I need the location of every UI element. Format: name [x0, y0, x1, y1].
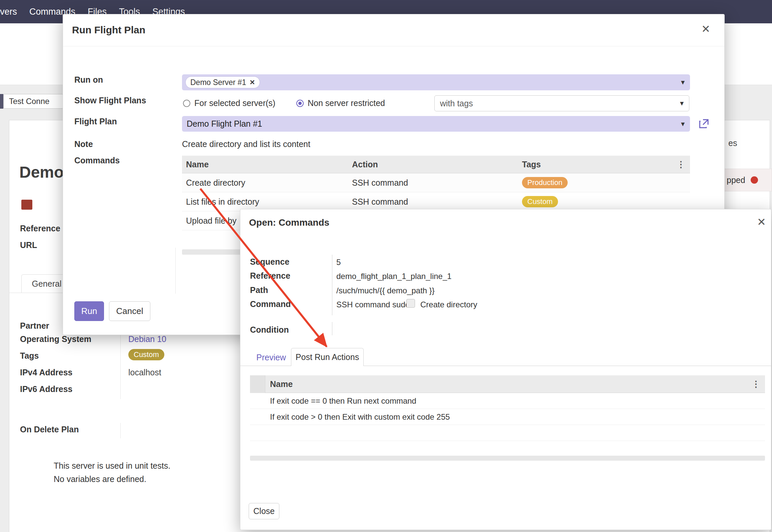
note-value: Create directory and list its content — [182, 139, 310, 149]
table-row[interactable]: List files in directory SSH command Cust… — [182, 192, 690, 211]
close-icon[interactable]: ✕ — [757, 217, 766, 227]
row-name: List files in directory — [182, 197, 352, 207]
ipv4-value: localhost — [128, 368, 161, 377]
show-flight-plans-label: Show Flight Plans — [74, 96, 146, 105]
chip-remove-icon[interactable]: ✕ — [249, 78, 255, 86]
reference-label: Reference — [20, 224, 60, 233]
command-label: Command — [250, 299, 291, 309]
server-title: Demo — [19, 163, 64, 181]
divider — [63, 46, 724, 46]
run-button[interactable]: Run — [74, 301, 104, 321]
table-row[interactable]: If exit code == 0 then Run next command — [250, 393, 765, 409]
status-text-partial: pped — [727, 175, 745, 185]
test-connection-button[interactable]: Test Conne — [3, 94, 63, 109]
sequence-value: 5 — [336, 258, 341, 267]
post-run-action-text: If exit code == 0 then Run next command — [250, 396, 416, 406]
custom-badge: Custom — [522, 196, 558, 207]
modal-title: Run Flight Plan — [72, 24, 145, 36]
divider — [332, 322, 332, 335]
flight-plan-select[interactable]: Demo Flight Plan #1 ▾ — [182, 116, 690, 132]
post-run-actions-table: Name ⋮ If exit code == 0 then Run next c… — [250, 375, 765, 441]
divider — [175, 248, 176, 294]
condition-label: Condition — [250, 325, 289, 335]
row-action: SSH command — [352, 197, 522, 207]
radio-selected-servers[interactable] — [183, 100, 190, 107]
flight-plan-label: Flight Plan — [74, 117, 117, 126]
status-red-dot-icon — [751, 176, 758, 184]
with-tags-select[interactable]: with tags ▾ — [434, 95, 689, 111]
ipv4-label: IPv4 Address — [20, 368, 72, 377]
create-directory-checkbox[interactable] — [406, 299, 415, 308]
os-label: Operating System — [20, 334, 91, 344]
os-value-link[interactable]: Debian 10 — [128, 334, 166, 344]
ipv6-label: IPv6 Address — [20, 384, 72, 394]
button-sliver[interactable] — [0, 94, 3, 109]
right-edge-partial-text: es — [728, 138, 737, 148]
unit-test-note-line2: No variables are defined. — [54, 474, 146, 484]
partner-label: Partner — [20, 321, 49, 331]
close-icon[interactable]: ✕ — [701, 24, 710, 34]
path-value: /such/much/{{ demo_path }} — [336, 286, 435, 295]
custom-tag-badge[interactable]: Custom — [128, 349, 164, 360]
radio-non-server-restricted-label[interactable]: Non server restricted — [308, 98, 385, 108]
table-row-empty — [250, 425, 765, 441]
server-chip[interactable]: Demo Server #1 ✕ — [185, 76, 260, 88]
external-link-icon[interactable] — [698, 118, 710, 130]
close-button[interactable]: Close — [249, 503, 279, 519]
reference-value: demo_flight_plan_1_plan_line_1 — [336, 272, 452, 281]
server-chip-label: Demo Server #1 — [190, 78, 246, 87]
production-badge: Production — [522, 177, 568, 188]
flight-plan-value: Demo Flight Plan #1 — [187, 119, 262, 129]
create-directory-link[interactable]: Create directory — [420, 300, 477, 309]
row-name: Create directory — [182, 178, 352, 188]
app-screen: vers Commands Files Tools Settings Test … — [0, 0, 772, 532]
row-action: SSH command — [352, 178, 522, 188]
reference-label: Reference — [250, 271, 290, 281]
open-commands-modal: Open: Commands ✕ Sequence Reference Path… — [240, 209, 771, 530]
col-header-name[interactable]: Name — [182, 160, 352, 169]
chevron-down-icon[interactable]: ▾ — [681, 120, 685, 128]
chevron-down-icon[interactable]: ▾ — [681, 78, 685, 87]
cancel-button[interactable]: Cancel — [109, 301, 150, 321]
post-run-table-header: Name ⋮ — [250, 375, 765, 393]
with-tags-placeholder: with tags — [440, 99, 473, 108]
post-run-action-text: If exit code > 0 then Exit with custom e… — [250, 412, 450, 422]
selection-column-header[interactable] — [250, 375, 265, 393]
col-header-name[interactable]: Name — [265, 379, 293, 389]
table-row[interactable]: Create directory SSH command Production — [182, 173, 690, 192]
modal-title: Open: Commands — [249, 217, 329, 228]
commands-table-header: Name Action Tags ⋮ — [182, 156, 690, 173]
color-swatch[interactable] — [21, 200, 32, 210]
tags-value-badge[interactable]: Custom — [128, 349, 164, 360]
tab-post-run-actions[interactable]: Post Run Actions — [291, 348, 364, 366]
chevron-down-icon[interactable]: ▾ — [680, 99, 684, 108]
sequence-label: Sequence — [250, 257, 289, 267]
tags-label: Tags — [20, 351, 39, 361]
on-delete-plan-label: On Delete Plan — [20, 425, 79, 434]
radio-non-server-restricted[interactable] — [296, 100, 304, 107]
divider — [120, 423, 121, 438]
table-options-icon[interactable]: ⋮ — [752, 379, 760, 389]
table-options-icon[interactable]: ⋮ — [677, 159, 685, 170]
run-on-label: Run on — [74, 75, 103, 85]
note-label: Note — [74, 139, 93, 149]
col-header-action[interactable]: Action — [352, 160, 522, 169]
radio-selected-servers-label[interactable]: For selected server(s) — [194, 98, 275, 108]
tab-preview[interactable]: Preview — [256, 353, 286, 362]
run-on-select[interactable]: Demo Server #1 ✕ ▾ — [182, 74, 690, 90]
table-row[interactable]: If exit code > 0 then Exit with custom e… — [250, 409, 765, 425]
url-label: URL — [20, 240, 37, 250]
col-header-tags[interactable]: Tags — [522, 160, 541, 169]
scrollbar-track[interactable] — [250, 456, 765, 461]
command-value: SSH command sudo — [336, 300, 410, 309]
unit-test-note-line1: This server is used in unit tests. — [54, 461, 170, 471]
commands-label: Commands — [74, 156, 120, 165]
divider — [332, 255, 332, 315]
path-label: Path — [250, 285, 268, 295]
nav-item-servers[interactable]: vers — [0, 7, 17, 17]
